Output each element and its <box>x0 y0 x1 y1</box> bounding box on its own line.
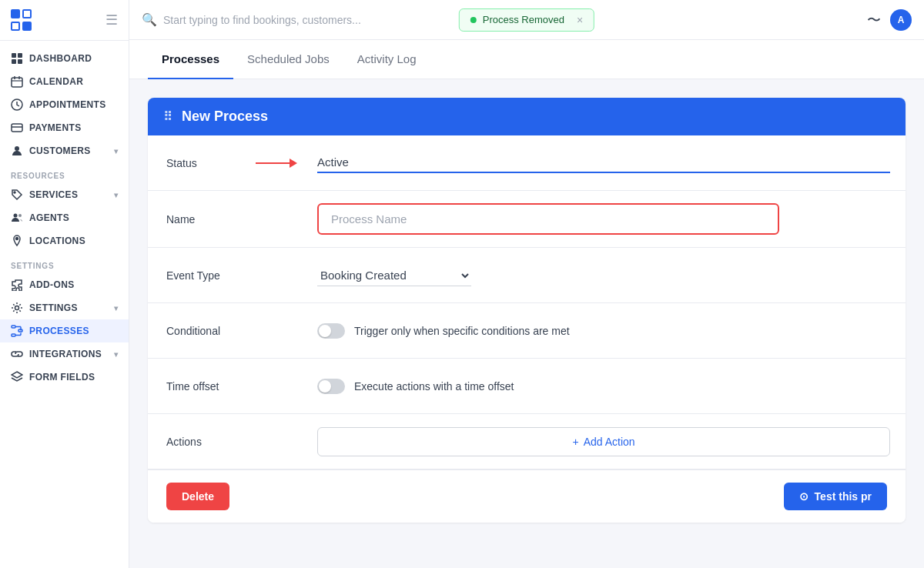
status-field <box>302 140 906 185</box>
tab-scheduled-jobs[interactable]: Scheduled Jobs <box>233 40 343 79</box>
sidebar-item-payments[interactable]: PAYMENTS <box>0 116 129 139</box>
event-type-select[interactable]: Booking Created <box>317 265 471 286</box>
sidebar-label-form-fields: FORM FIELDS <box>29 372 95 383</box>
time-offset-field: Execute actions with a time offset <box>302 366 906 406</box>
event-type-row: Event Type Booking Created <box>148 248 906 303</box>
arrow-line <box>256 162 290 164</box>
name-label: Name <box>148 201 302 238</box>
sidebar-item-locations[interactable]: LOCATIONS <box>0 229 129 252</box>
topbar: 🔍 Start typing to find bookings, custome… <box>129 0 924 40</box>
sidebar-label-integrations: INTEGRATIONS <box>29 349 102 359</box>
sidebar-item-dashboard[interactable]: DASHBOARD <box>0 47 129 70</box>
svg-point-11 <box>15 146 19 151</box>
sidebar-item-integrations[interactable]: INTEGRATIONS ▾ <box>0 342 129 366</box>
actions-field: + Add Action <box>302 415 906 469</box>
actions-label: Actions <box>148 423 302 460</box>
toast-message: Process Removed <box>483 14 564 25</box>
svg-rect-3 <box>18 59 22 64</box>
svg-point-12 <box>14 192 15 193</box>
delete-button[interactable]: Delete <box>166 483 229 510</box>
chevron-down-icon: ▾ <box>114 147 118 155</box>
activity-icon[interactable]: 〜 <box>867 11 881 29</box>
conditional-row: Conditional Trigger only when specific c… <box>148 303 906 359</box>
layers-icon <box>11 371 23 383</box>
people-icon <box>11 212 23 224</box>
search-placeholder[interactable]: Start typing to find bookings, customers… <box>163 14 361 26</box>
name-row: Name <box>148 191 906 248</box>
tab-bar: Processes Scheduled Jobs Activity Log <box>129 40 924 79</box>
form-title: New Process <box>182 109 268 125</box>
app-logo <box>11 9 32 31</box>
svg-rect-1 <box>18 53 22 58</box>
chevron-down-icon-services: ▾ <box>114 191 118 199</box>
sidebar-item-agents[interactable]: AGENTS <box>0 206 129 229</box>
sidebar-item-calendar[interactable]: CALENDAR <box>0 70 129 93</box>
actions-row: Actions + Add Action <box>148 414 906 469</box>
time-offset-toggle[interactable] <box>317 379 345 394</box>
content-area: Processes Scheduled Jobs Activity Log ⠿ … <box>129 40 924 568</box>
conditional-description: Trigger only when specific conditions ar… <box>354 325 570 337</box>
clock-icon <box>11 99 23 111</box>
status-input[interactable] <box>317 152 890 173</box>
name-input[interactable] <box>317 203 779 235</box>
user-avatar[interactable]: A <box>890 9 912 31</box>
logo-square-1 <box>11 9 20 18</box>
sidebar-label-settings: SETTINGS <box>29 302 78 313</box>
plus-icon: + <box>572 436 578 448</box>
sidebar-label-processes: PROCESSES <box>29 326 89 336</box>
svg-point-15 <box>16 238 18 240</box>
search-icon: 🔍 <box>142 12 157 27</box>
toast-notification: Process Removed × <box>459 8 594 32</box>
conditional-label: Conditional <box>148 312 302 349</box>
tab-activity-log[interactable]: Activity Log <box>343 40 430 79</box>
sidebar-item-settings[interactable]: SETTINGS ▾ <box>0 296 129 319</box>
toast-close-button[interactable]: × <box>577 14 583 26</box>
sidebar-item-services[interactable]: SERVICES ▾ <box>0 183 129 206</box>
test-button[interactable]: ⊙ Test this pr <box>784 483 887 510</box>
tab-processes[interactable]: Processes <box>148 40 233 79</box>
sidebar-label-calendar: CALENDAR <box>29 76 83 87</box>
svg-rect-9 <box>12 124 22 132</box>
conditional-toggle-row: Trigger only when specific conditions ar… <box>317 323 570 339</box>
sidebar-label-add-ons: ADD-ONS <box>29 279 75 290</box>
add-action-button[interactable]: + Add Action <box>317 427 890 456</box>
play-circle-icon: ⊙ <box>799 490 808 503</box>
svg-rect-17 <box>12 326 15 328</box>
svg-rect-2 <box>12 59 16 64</box>
sidebar-item-processes[interactable]: PROCESSES <box>0 319 129 342</box>
sidebar-label-dashboard: DASHBOARD <box>29 53 92 64</box>
sidebar-label-services: SERVICES <box>29 189 78 200</box>
test-button-label: Test this pr <box>815 490 872 503</box>
logo-square-4 <box>22 22 32 31</box>
sidebar-item-form-fields[interactable]: FORM FIELDS <box>0 366 129 389</box>
sidebar-item-add-ons[interactable]: ADD-ONS <box>0 273 129 296</box>
chevron-down-icon-settings: ▾ <box>114 304 118 312</box>
sidebar-label-payments: PAYMENTS <box>29 122 82 133</box>
chevron-down-icon-integrations: ▾ <box>114 350 118 359</box>
sidebar: ☰ DASHBOARD CALENDAR APPOINTMENTS PAYMEN… <box>0 0 129 568</box>
time-offset-description: Execute actions with a time offset <box>354 380 514 393</box>
drag-handle-icon[interactable]: ⠿ <box>163 109 172 124</box>
conditional-toggle[interactable] <box>317 323 345 339</box>
arrow-head <box>290 159 297 168</box>
sidebar-label-appointments: APPOINTMENTS <box>29 99 106 110</box>
flow-icon <box>11 325 23 337</box>
red-arrow <box>256 159 297 168</box>
event-type-field: Booking Created <box>302 252 906 299</box>
logo-square-3 <box>11 22 20 31</box>
time-offset-row: Time offset Execute actions with a time … <box>148 359 906 414</box>
person-icon <box>11 145 23 157</box>
name-field <box>302 191 906 247</box>
sidebar-item-appointments[interactable]: APPOINTMENTS <box>0 93 129 116</box>
sidebar-nav: DASHBOARD CALENDAR APPOINTMENTS PAYMENTS… <box>0 41 129 395</box>
status-row: Status <box>148 135 906 191</box>
logo-square-2 <box>22 9 32 18</box>
svg-point-13 <box>14 214 18 218</box>
conditional-field: Trigger only when specific conditions ar… <box>302 311 906 351</box>
grid-icon <box>11 52 23 65</box>
hamburger-icon[interactable]: ☰ <box>105 12 118 28</box>
sidebar-item-customers[interactable]: CUSTOMERS ▾ <box>0 139 129 162</box>
sidebar-label-locations: LOCATIONS <box>29 236 85 246</box>
resources-section-label: RESOURCES <box>0 162 129 183</box>
link-icon <box>11 348 23 360</box>
